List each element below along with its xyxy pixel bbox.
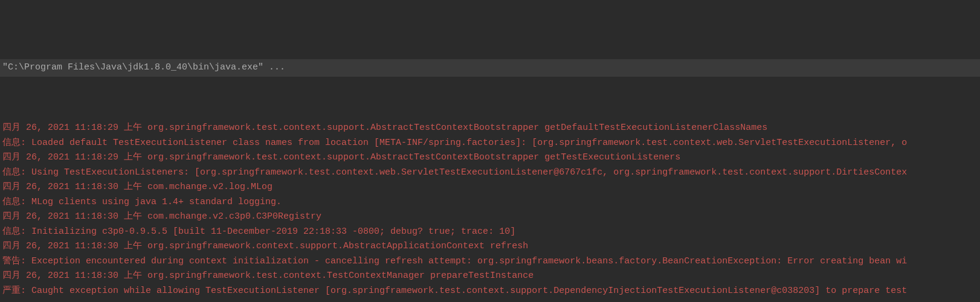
log-line: 警告: Exception encountered during context…	[2, 254, 978, 269]
log-line: 四月 26, 2021 11:18:30 上午 com.mchange.v2.c…	[2, 210, 978, 225]
log-line: 信息: Loaded default TestExecutionListener…	[2, 136, 978, 151]
console-output[interactable]: 四月 26, 2021 11:18:29 上午 org.springframew…	[0, 91, 980, 302]
command-line: "C:\Program Files\Java\jdk1.8.0_40\bin\j…	[0, 59, 980, 77]
log-line: 四月 26, 2021 11:18:30 上午 com.mchange.v2.l…	[2, 180, 978, 195]
log-line: 信息: MLog clients using java 1.4+ standar…	[2, 195, 978, 210]
log-line: 严重: Caught exception while allowing Test…	[2, 284, 978, 299]
log-line: 四月 26, 2021 11:18:30 上午 org.springframew…	[2, 269, 978, 284]
log-line: 信息: Initializing c3p0-0.9.5.5 [built 11-…	[2, 225, 978, 240]
log-line: 信息: Using TestExecutionListeners: [org.s…	[2, 165, 978, 181]
log-line: 四月 26, 2021 11:18:30 上午 org.springframew…	[2, 239, 978, 254]
log-line: 四月 26, 2021 11:18:29 上午 org.springframew…	[2, 121, 978, 136]
log-line: 四月 26, 2021 11:18:29 上午 org.springframew…	[2, 150, 978, 165]
